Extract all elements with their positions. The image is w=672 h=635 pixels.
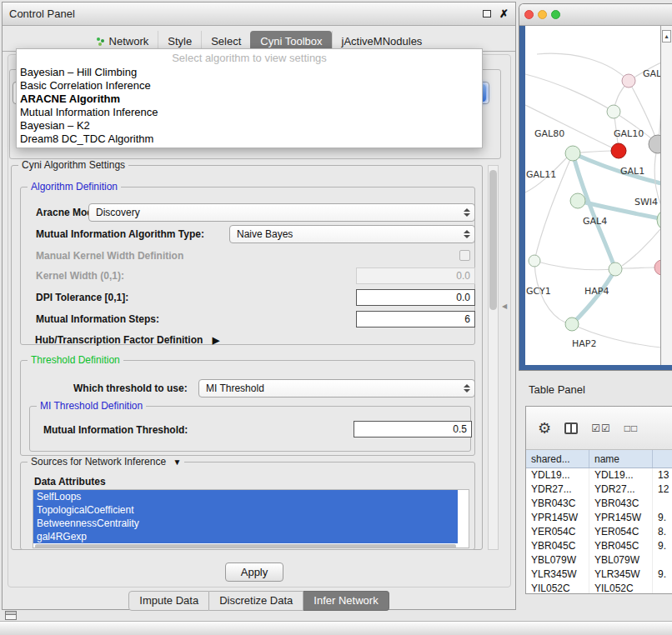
close-traffic-light-icon[interactable]	[524, 10, 534, 19]
hub-definition-section[interactable]: Hub/Transcription Factor Definition ▶	[35, 334, 219, 346]
bottom-tab-impute-data[interactable]: Impute Data	[128, 591, 209, 611]
algorithm-popup: Select algorithm to view settings Bayesi…	[16, 48, 483, 148]
apply-button[interactable]: Apply	[225, 562, 283, 582]
manual-kernel-width-label: Manual Kernel Width Definition	[36, 247, 183, 265]
algorithm-option[interactable]: Dream8 DC_TDC Algorithm	[17, 132, 482, 146]
control-panel-titlebar[interactable]: Control Panel ✗	[3, 2, 515, 26]
gear-icon[interactable]: ⚙	[538, 421, 551, 436]
select-all-checkboxes-icon[interactable]: ☑☑	[591, 423, 611, 433]
table-row[interactable]: YIL052CYIL052C	[526, 582, 672, 594]
mi-algorithm-type-select[interactable]: Naive Bayes	[229, 225, 475, 243]
scrollbar-thumb[interactable]	[489, 170, 497, 310]
network-edge[interactable]	[534, 261, 615, 270]
table-cell: 9.	[653, 511, 672, 525]
network-edge[interactable]	[580, 151, 611, 152]
table-cell: YIL052C	[526, 582, 589, 594]
table-cell: 9.	[653, 568, 672, 582]
deselect-all-checkboxes-icon[interactable]: □□	[624, 423, 639, 433]
network-node[interactable]	[607, 105, 620, 118]
tab-label: Style	[168, 35, 192, 48]
float-window-icon[interactable]	[483, 10, 491, 18]
table-cell: YDR27...	[526, 482, 589, 497]
network-node[interactable]	[570, 193, 585, 208]
table-row[interactable]: YER054CYER054C8.	[526, 525, 672, 539]
data-attributes-label: Data Attributes	[34, 472, 106, 491]
aracne-mode-select[interactable]: Discovery	[88, 203, 475, 222]
network-canvas[interactable]: GAL8GAL80GAL10GAL11GAL1SWI4GAL4GCY1HAP4H…	[525, 26, 661, 365]
list-hscroll-thumb[interactable]	[35, 544, 456, 548]
scroll-up-button[interactable]: ▴	[662, 30, 671, 42]
table-row[interactable]: YBR043CYBR043C	[526, 497, 672, 511]
attribute-item[interactable]: gal4RGexp	[33, 530, 458, 543]
algorithm-option[interactable]: Basic Correlation Inference	[17, 79, 482, 92]
table-row[interactable]: YLR345WYLR345W9.	[526, 568, 672, 582]
mi-algorithm-type-value: Naive Bayes	[237, 228, 293, 240]
network-node[interactable]	[609, 262, 622, 276]
network-scrollbar[interactable]: ▴	[660, 26, 672, 365]
threshold-definition-title: Threshold Definition	[28, 354, 123, 366]
minimized-window-icon[interactable]	[5, 611, 17, 620]
attribute-item[interactable]: TopologicalCoefficient	[33, 503, 458, 517]
algorithm-option[interactable]: ARACNE Algorithm	[17, 92, 482, 106]
table-row[interactable]: YPR145WYPR145W9.	[526, 511, 672, 525]
network-edge[interactable]	[525, 74, 614, 112]
table-panel-window: ⚙ ☑☑ □□ shared...name YDL19...YDL19...13…	[525, 406, 672, 594]
node-label: HAP2	[572, 338, 596, 349]
algorithm-definition-group: Algorithm Definition Aracne Mode: Discov…	[20, 187, 475, 345]
mi-threshold-definition-group: MI Threshold Definition Mutual Informati…	[29, 406, 471, 452]
settings-scrollbar[interactable]	[488, 165, 499, 550]
cyni-algorithm-settings-group: Cyni Algorithm Settings Algorithm Defini…	[11, 165, 483, 550]
attribute-item[interactable]: SelfLoops	[33, 490, 458, 503]
attribute-item[interactable]: BetweennessCentrality	[33, 517, 458, 530]
manual-kernel-width-checkbox[interactable]	[459, 250, 470, 261]
bottom-tab-discretize-data[interactable]: Discretize Data	[209, 591, 303, 611]
columns-icon[interactable]	[564, 422, 578, 434]
which-threshold-label: Which threshold to use:	[73, 379, 188, 398]
column-header[interactable]	[653, 450, 672, 468]
dpi-tolerance-field[interactable]	[356, 289, 475, 306]
network-window-titlebar[interactable]	[519, 4, 672, 26]
data-attributes-list[interactable]: SelfLoopsTopologicalCoefficientBetweenne…	[33, 489, 469, 548]
close-icon[interactable]: ✗	[499, 8, 509, 19]
table-row[interactable]: YBL079WYBL079W	[526, 553, 672, 568]
table-row[interactable]: YBR045CYBR045C9.	[526, 539, 672, 553]
minimize-traffic-light-icon[interactable]	[538, 10, 547, 19]
network-window: GAL8GAL80GAL10GAL11GAL1SWI4GAL4GCY1HAP4H…	[519, 3, 672, 371]
mi-threshold-field[interactable]	[354, 421, 472, 438]
mi-threshold-definition-title: MI Threshold Definition	[37, 400, 146, 412]
algorithm-option[interactable]: Mutual Information Inference	[17, 106, 482, 119]
network-edge[interactable]	[572, 269, 615, 324]
table-cell: YLR345W	[589, 568, 653, 582]
table-cell: YDR27...	[589, 482, 653, 497]
network-edge[interactable]	[573, 153, 615, 269]
which-threshold-select[interactable]: MI Threshold	[198, 379, 475, 398]
tab-label: Cyni Toolbox	[260, 35, 322, 48]
kernel-width-field[interactable]	[356, 268, 475, 284]
threshold-definition-group: Threshold Definition Which threshold to …	[20, 360, 475, 456]
sources-title[interactable]: Sources for Network Inference ▼	[28, 456, 184, 468]
table-cell: 9.	[653, 539, 672, 553]
network-edge[interactable]	[622, 220, 661, 266]
network-node[interactable]	[529, 255, 540, 267]
network-node[interactable]	[622, 74, 635, 88]
column-header[interactable]: name	[589, 450, 653, 468]
table-row[interactable]: YDL19...YDL19...13	[526, 468, 672, 482]
network-edge[interactable]	[537, 53, 629, 81]
network-node[interactable]	[565, 146, 580, 161]
zoom-traffic-light-icon[interactable]	[551, 10, 560, 19]
table-cell: YBR045C	[589, 539, 653, 553]
collapsed-arrow-icon[interactable]: ▶	[213, 335, 219, 345]
algorithm-definition-title: Algorithm Definition	[28, 181, 121, 192]
column-header[interactable]: shared...	[526, 450, 589, 468]
network-node[interactable]	[611, 143, 626, 158]
network-node[interactable]	[565, 318, 579, 331]
algorithm-option[interactable]: Bayesian – Hill Climbing	[17, 66, 482, 79]
network-edge[interactable]	[622, 268, 654, 268]
panel-collapse-arrow-icon[interactable]: ◀	[502, 302, 507, 310]
dpi-tolerance-label: DPI Tolerance [0,1]:	[36, 288, 128, 307]
table-row[interactable]: YDR27...YDR27...12	[526, 482, 672, 497]
mi-steps-field[interactable]	[356, 311, 475, 328]
table-cell: YDL19...	[589, 468, 653, 482]
algorithm-option[interactable]: Bayesian – K2	[17, 119, 482, 132]
bottom-tab-infer-network[interactable]: Infer Network	[303, 591, 389, 611]
